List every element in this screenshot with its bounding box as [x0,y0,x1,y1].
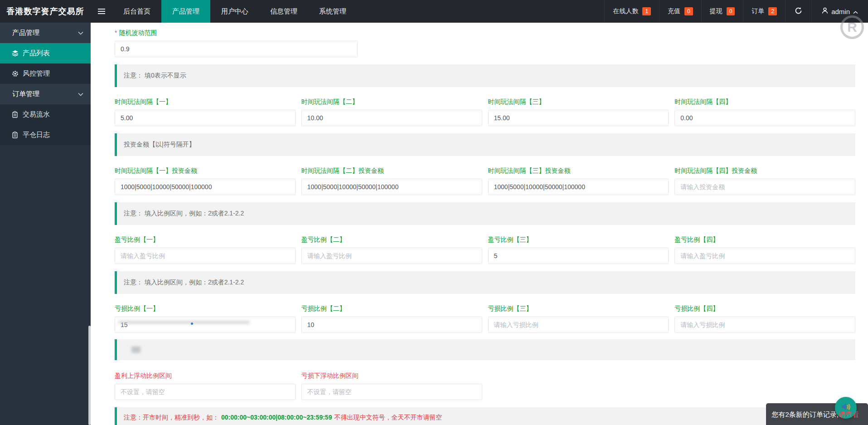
notice-ratio-range-1: 注意： 填入比例区间，例如：2或者2.1-2.2 [115,202,855,225]
profit-4-label: 盈亏比例【四】 [674,236,855,244]
notification-area: 您有2条新的订单记录,请查看 [750,384,868,425]
stat-label: 在线人数 [613,7,638,15]
interval-1-label: 时间玩法间隔【一】 [115,98,296,106]
profit-2-input[interactable] [301,248,482,264]
amount-1-label: 时间玩法间隔【一】投资金额 [115,167,296,175]
nav-item-home[interactable]: 后台首页 [112,0,161,23]
chevron-down-icon [78,31,83,35]
amount-2-input[interactable] [301,179,482,195]
refresh-button[interactable] [785,0,811,23]
sidebar-item-label: 产品列表 [23,49,50,58]
open-time-suffix: 不得出现中文符号，全天不开市请留空 [334,414,442,421]
clipboard-icon [11,132,19,139]
notice-fill-zero: 注意： 填0表示不显示 [115,64,855,87]
stat-online-users[interactable]: 在线人数 1 [604,0,659,23]
hamburger-menu-icon[interactable] [91,0,112,23]
random-range-input[interactable] [115,41,358,57]
toast-message: 您有2条新的订单记录,请查看 [771,410,859,419]
main-content: *随机波动范围 注意： 填0表示不显示 时间玩法间隔【一】 时间玩法间隔【二】 … [91,23,868,425]
nav-item-system[interactable]: 系统管理 [308,0,357,23]
profit-4-input[interactable] [674,248,855,264]
open-time-format: 00:00:00~03:00:00|08:00:00~23:59:59 [221,414,332,421]
sidebar-item-label: 订单管理 [12,90,39,98]
sidebar: 产品管理 产品列表 风控管理 订单管理 [0,23,91,425]
sidebar-item-label: 平仓日志 [23,131,50,139]
stat-withdrawals[interactable]: 提现 0 [701,0,743,23]
interval-4-input[interactable] [674,110,855,126]
header-right: 在线人数 1 充值 0 提现 0 订单 2 [604,0,868,23]
clipboard-icon [11,111,19,118]
interval-3-input[interactable] [488,110,669,126]
amount-3-label: 时间玩法间隔【三】投资金额 [488,167,669,175]
online-count-badge: 1 [642,7,651,15]
notice-blurred [115,339,855,360]
chevron-down-icon [78,93,83,96]
amount-4-label: 时间玩法间隔【四】投资金额 [674,167,855,175]
loss-2-label: 亏损比例【二】 [301,305,482,313]
loss-4-input[interactable] [674,317,855,333]
profit-3-input[interactable] [488,248,669,264]
interval-4-label: 时间玩法间隔【四】 [674,98,855,106]
stat-deposits[interactable]: 充值 0 [659,0,701,23]
view-orders-link[interactable]: 请查看 [839,410,859,418]
sidebar-scrollbar-thumb[interactable] [88,326,91,425]
profit-2-label: 盈亏比例【二】 [301,236,482,244]
sidebar-group-order-management[interactable]: 订单管理 [0,84,91,104]
amount-4-input[interactable] [674,179,855,195]
notice-amount-separator: 投资金额【以|符号隔开】 [115,133,855,156]
loss-float-input[interactable] [301,384,482,400]
blur-artifact [131,347,141,353]
sidebar-item-label: 交易流水 [23,110,50,119]
nav-item-users[interactable]: 用户中心 [210,0,259,23]
notice-open-time: 注意：开市时间，精准到秒，如：00:00:00~03:00:00|08:00:0… [115,407,855,425]
loss-1-input[interactable] [115,317,296,333]
float-range-row: 盈利上浮动比例区间 亏损下浮动比例区间 [115,372,855,400]
order-count-badge: 2 [768,7,777,15]
loss-float-label: 亏损下浮动比例区间 [301,372,482,380]
chevron-up-icon [853,8,858,15]
open-time-prefix: 注意：开市时间，精准到秒，如： [124,414,219,421]
sidebar-item-close-log[interactable]: 平仓日志 [0,125,91,145]
nav-item-products[interactable]: 产品管理 [161,0,210,23]
interval-2-label: 时间玩法间隔【二】 [301,98,482,106]
sidebar-item-label: 产品管理 [12,29,39,37]
random-range-label: *随机波动范围 [115,29,855,37]
profit-ratio-row: 盈亏比例【一】 盈亏比例【二】 盈亏比例【三】 盈亏比例【四】 [115,236,855,264]
amount-3-input[interactable] [488,179,669,195]
profit-float-input[interactable] [115,384,296,400]
sidebar-item-risk-management[interactable]: 风控管理 [0,64,91,84]
user-icon [822,7,828,15]
interval-3-label: 时间玩法间隔【三】 [488,98,669,106]
nav-item-info[interactable]: 信息管理 [259,0,308,23]
amount-1-input[interactable] [115,179,296,195]
layers-icon [11,50,19,57]
top-navbar: 香港数字资产交易所 后台首页 产品管理 用户中心 信息管理 系统管理 在线人数 … [0,0,868,23]
loss-ratio-row: 亏损比例【一】 亏损比例【二】 亏损比例【三】 亏损比例【四】 [115,305,855,333]
loss-4-label: 亏损比例【四】 [674,305,855,313]
sidebar-item-label: 风控管理 [23,69,50,78]
profit-1-input[interactable] [115,248,296,264]
loss-3-input[interactable] [488,317,669,333]
profit-3-label: 盈亏比例【三】 [488,236,669,244]
stat-orders[interactable]: 订单 2 [743,0,785,23]
interval-1-input[interactable] [115,110,296,126]
sidebar-group-product-management[interactable]: 产品管理 [0,23,91,43]
interval-2-input[interactable] [301,110,482,126]
interval-row: 时间玩法间隔【一】 时间玩法间隔【二】 时间玩法间隔【三】 时间玩法间隔【四】 [115,98,855,126]
loss-3-label: 亏损比例【三】 [488,305,669,313]
username: admin [831,8,850,15]
amount-2-label: 时间玩法间隔【二】投资金额 [301,167,482,175]
stat-label: 订单 [752,7,764,15]
stat-label: 充值 [668,7,680,15]
sidebar-item-trade-flow[interactable]: 交易流水 [0,104,91,125]
main-nav: 后台首页 产品管理 用户中心 信息管理 系统管理 [112,0,357,23]
user-menu[interactable]: admin [811,0,868,23]
loss-2-input[interactable] [301,317,482,333]
gear-icon [11,70,19,78]
refresh-icon [795,7,802,16]
amount-row: 时间玩法间隔【一】投资金额 时间玩法间隔【二】投资金额 时间玩法间隔【三】投资金… [115,167,855,195]
profit-1-label: 盈亏比例【一】 [115,236,296,244]
app-logo: 香港数字资产交易所 [0,0,91,23]
withdrawal-count-badge: 0 [727,7,735,15]
sidebar-item-product-list[interactable]: 产品列表 [0,43,91,64]
